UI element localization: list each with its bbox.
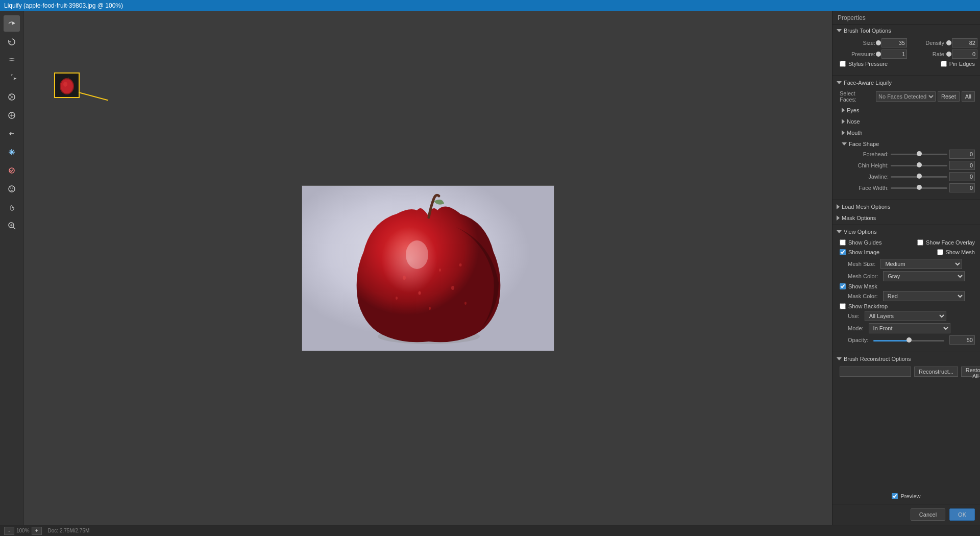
load-mesh-expand-icon	[837, 204, 840, 209]
chin-height-label: Chin Height:	[848, 162, 889, 168]
freeze-mask-tool[interactable]	[4, 144, 20, 160]
pin-edges-checkbox[interactable]	[941, 61, 947, 67]
svg-point-4	[10, 188, 11, 189]
jawline-row: Jawline:	[848, 172, 975, 181]
doc-info: Doc: 2.75M/2.75M	[48, 528, 90, 533]
view-options-header[interactable]: View Options	[832, 226, 980, 237]
chin-height-input[interactable]	[949, 161, 975, 170]
view-options-body: Show Guides Show Face Overlay Show Image	[832, 237, 980, 351]
mesh-size-label: Mesh Size:	[848, 261, 875, 267]
main-area: ◁ Properties Brush Tool Options Size:	[0, 11, 980, 525]
svg-point-9	[61, 79, 73, 93]
show-guides-label: Show Guides	[848, 239, 881, 246]
zoom-tool[interactable]	[4, 217, 20, 234]
eyes-header[interactable]: Eyes	[840, 105, 975, 116]
jawline-slider[interactable]	[891, 176, 947, 178]
brush-tool-options-header[interactable]: Brush Tool Options	[832, 25, 980, 36]
face-shape-header[interactable]: Face Shape	[840, 138, 975, 150]
use-row: Use: All Layers	[840, 311, 975, 321]
rate-input[interactable]: 0	[952, 50, 977, 59]
face-width-label: Face Width:	[848, 185, 889, 191]
reconstruct-tool[interactable]	[4, 34, 20, 50]
select-faces-dropdown[interactable]: No Faces Detected	[876, 91, 936, 102]
restore-all-button[interactable]: Restore All	[961, 367, 980, 377]
pin-edges-row: Pin Edges	[941, 61, 975, 67]
stylus-pressure-label: Stylus Pressure	[848, 61, 888, 67]
load-mesh-section: Load Mesh Options	[832, 201, 980, 212]
show-backdrop-checkbox[interactable]	[840, 303, 846, 309]
face-aware-section: Face-Aware Liquify Select Faces: No Face…	[832, 77, 980, 199]
twirl-tool[interactable]	[4, 70, 20, 87]
stylus-pin-row: Stylus Pressure Pin Edges	[840, 61, 975, 68]
cancel-button[interactable]: Cancel	[911, 508, 945, 521]
size-input[interactable]: 35	[881, 38, 907, 47]
pressure-input[interactable]: 1	[881, 50, 907, 59]
opacity-input[interactable]	[949, 335, 975, 345]
mask-color-dropdown[interactable]: Red Green Blue None	[883, 291, 965, 301]
mask-options-expand-icon	[837, 215, 840, 221]
reconstruct-input[interactable]	[840, 367, 911, 377]
show-mask-checkbox[interactable]	[840, 283, 846, 289]
pucker-tool[interactable]	[4, 89, 20, 105]
forward-warp-tool[interactable]	[4, 15, 20, 32]
use-dropdown[interactable]: All Layers	[865, 311, 946, 321]
panel-title: Properties	[832, 11, 980, 25]
hand-tool[interactable]	[4, 199, 20, 215]
view-options-section: View Options Show Guides Show Face Overl…	[832, 226, 980, 351]
face-tool[interactable]	[4, 181, 20, 197]
reconstruct-button[interactable]: Reconstruct...	[914, 367, 958, 377]
forehead-slider[interactable]	[891, 154, 947, 155]
density-label: Density:	[910, 40, 946, 46]
show-guides-checkbox[interactable]	[840, 239, 846, 246]
zoom-out-button[interactable]: -	[4, 527, 14, 535]
show-face-overlay-checkbox[interactable]	[917, 239, 923, 246]
zoom-controls: - 100% + Doc: 2.75M/2.75M	[4, 527, 89, 535]
bloat-tool[interactable]	[4, 107, 20, 124]
density-input[interactable]: 82	[952, 38, 977, 47]
mask-options-header[interactable]: Mask Options	[832, 212, 980, 224]
mesh-size-row: Mesh Size: Medium Small Large	[840, 259, 975, 269]
face-shape-label: Face Shape	[849, 141, 879, 147]
mask-color-label: Mask Color:	[848, 293, 878, 299]
load-mesh-header[interactable]: Load Mesh Options	[832, 201, 980, 212]
mesh-color-dropdown[interactable]: Gray Black White Red	[883, 271, 965, 281]
face-aware-header[interactable]: Face-Aware Liquify	[832, 77, 980, 88]
chin-height-slider[interactable]	[891, 165, 947, 166]
show-image-checkbox[interactable]	[840, 249, 846, 255]
nose-header[interactable]: Nose	[840, 116, 975, 127]
divider-1	[832, 76, 980, 76]
show-mesh-checkbox[interactable]	[937, 249, 943, 255]
apple-canvas[interactable]	[302, 185, 554, 351]
eyes-label: Eyes	[847, 107, 859, 113]
zoom-in-button[interactable]: +	[32, 527, 42, 535]
mouth-header[interactable]: Mouth	[840, 127, 975, 138]
mode-dropdown[interactable]: In Front Behind	[869, 323, 950, 333]
face-width-slider[interactable]	[891, 187, 947, 189]
brush-reconstruct-header[interactable]: Brush Reconstruct Options	[832, 353, 980, 364]
forehead-input[interactable]	[949, 150, 975, 159]
ok-button[interactable]: OK	[949, 508, 975, 521]
nose-label: Nose	[847, 118, 860, 125]
push-left-tool[interactable]	[4, 126, 20, 142]
divider-2	[832, 200, 980, 200]
opacity-slider-track[interactable]	[873, 340, 944, 342]
mesh-size-dropdown[interactable]: Medium Small Large	[880, 259, 962, 269]
stylus-pressure-row: Stylus Pressure	[840, 61, 888, 67]
face-aware-collapse-icon	[837, 81, 842, 84]
svg-point-17	[439, 269, 441, 272]
reset-button[interactable]: Reset	[938, 91, 960, 102]
eyes-expand-icon	[842, 108, 845, 113]
stylus-pressure-checkbox[interactable]	[840, 61, 846, 67]
all-button[interactable]: All	[962, 91, 975, 102]
show-face-overlay-row: Show Face Overlay	[917, 239, 975, 246]
select-faces-row: Select Faces: No Faces Detected Reset Al…	[840, 90, 975, 103]
canvas-area[interactable]: ◁	[23, 11, 832, 525]
svg-point-15	[403, 276, 406, 280]
preview-checkbox[interactable]	[892, 493, 898, 499]
smooth-tool[interactable]	[4, 52, 20, 68]
jawline-input[interactable]	[949, 172, 975, 181]
panel-spacer	[832, 383, 980, 490]
mask-options-section: Mask Options	[832, 212, 980, 224]
thaw-mask-tool[interactable]	[4, 162, 20, 179]
face-width-input[interactable]	[949, 183, 975, 192]
